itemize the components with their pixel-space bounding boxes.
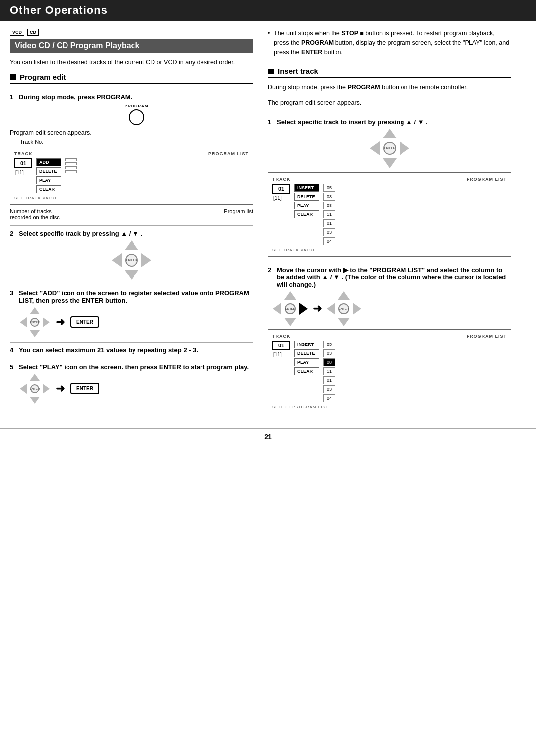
program-edit-header: Program edit <box>10 73 253 84</box>
track-column: 01 [11] <box>14 158 32 193</box>
dpad-left-sm <box>20 317 27 327</box>
arrow-right-5-icon: ➜ <box>56 382 65 395</box>
dpad-left <box>112 253 122 267</box>
footnote-left: Number of tracksrecorded on the disc <box>10 208 60 220</box>
insert-program-list-header-2: PROGRAM LIST <box>467 334 507 339</box>
program-bold: PROGRAM <box>301 39 334 46</box>
program-list-header: PROGRAM LIST <box>208 151 249 156</box>
insert-menu-clear: CLEAR <box>294 210 319 218</box>
insert-step-1: 1 Select specific track to insert by pre… <box>268 118 511 257</box>
arrow-right-icon: ➜ <box>56 316 65 329</box>
prog-item-2-05: 05 <box>323 341 335 348</box>
dpad-step-2: ENTER <box>112 240 151 280</box>
step-5-text: Select "PLAY" icon on the screen. then p… <box>19 363 249 371</box>
dpad-right-5 <box>43 384 50 394</box>
step-1: 1 During stop mode, press PROGRAM. PROGR… <box>10 93 253 220</box>
insert-track-title: Insert track <box>278 67 318 75</box>
insert-diag-header-2: TRACK PROGRAM LIST <box>272 334 507 339</box>
insert-intro-2: The program edit screen appears. <box>268 98 511 108</box>
set-track-label-i1: SET TRACK VALUE <box>272 248 507 252</box>
prog-list-empty-3 <box>65 166 77 169</box>
insert-diag-header-1: TRACK PROGRAM LIST <box>272 177 507 182</box>
prog-item-2-03: 03 <box>323 349 335 357</box>
insert-menu-delete: DELETE <box>294 193 319 201</box>
diagram-footnotes: Number of tracksrecorded on the disc Pro… <box>10 208 253 220</box>
insert-menu-clear-2: CLEAR <box>294 367 319 375</box>
dpad-up-5 <box>30 374 40 381</box>
prog-item-01a: 01 <box>323 219 335 227</box>
prog-list-empty-1 <box>65 158 77 161</box>
insert-prog-list-col-1: 05 03 08 11 01 03 04 <box>323 184 335 245</box>
dpad-center-5: ENTER <box>30 384 39 393</box>
dpad-right <box>141 253 151 267</box>
format-badges: VCD CD <box>10 29 253 36</box>
track-header: TRACK <box>14 151 33 156</box>
program-edit-title: Program edit <box>20 73 66 81</box>
insert-track-val-1: 01 <box>272 184 290 194</box>
select-program-list-label: SELECT PROGRAM LIST <box>272 405 507 409</box>
step-3-num: 3 <box>10 289 17 297</box>
prog-item-03b: 03 <box>323 228 335 236</box>
prog-item-2-01: 01 <box>323 376 335 384</box>
prog-item-03a: 03 <box>323 193 335 201</box>
step-1-header: 1 During stop mode, press PROGRAM. <box>10 93 253 101</box>
vcd-badge: VCD <box>10 29 24 36</box>
set-track-label: SET TRACK VALUE <box>14 196 249 200</box>
prog-item-05: 05 <box>323 184 335 192</box>
dpad-down-i1 <box>383 158 397 168</box>
step-3: 3 Select "ADD" icon on the screen to reg… <box>10 289 253 337</box>
insert-step-2-diagram: TRACK PROGRAM LIST 01 [11] INSERT DELETE… <box>268 329 511 413</box>
prog-list-empty-2 <box>65 162 77 165</box>
step-3-header: 3 Select "ADD" icon on the screen to reg… <box>10 289 253 304</box>
track-sub: [11] <box>14 170 32 175</box>
dpad-right-i2r <box>353 303 361 315</box>
diag-header: TRACK PROGRAM LIST <box>14 151 249 156</box>
insert-menu-col-2: INSERT DELETE PLAY CLEAR <box>294 341 319 402</box>
black-square-insert <box>268 69 274 74</box>
insert-step-2-text: Move the cursor with ▶ to the "PROGRAM L… <box>277 266 511 288</box>
dpad-down-5 <box>30 397 40 404</box>
dpad-center-sm: ENTER <box>30 318 39 327</box>
step-5-header: 5 Select "PLAY" icon on the screen. then… <box>10 363 253 371</box>
footnote-right: Program list <box>224 208 253 220</box>
cd-badge: CD <box>27 29 39 36</box>
insert-step-2-num: 2 <box>268 266 275 274</box>
insert-program-list-header-1: PROGRAM LIST <box>467 177 507 182</box>
bullet-content: The unit stops when the STOP ■ button is… <box>274 30 509 56</box>
dpad-right-i1 <box>400 141 409 155</box>
prog-item-2-11: 11 <box>323 367 335 375</box>
dpad-down-i2r <box>338 318 350 326</box>
insert-step-1-diagram: TRACK PROGRAM LIST 01 [11] INSERT DELETE… <box>268 172 511 257</box>
step-1-after-text: Program edit screen appears. <box>10 129 253 136</box>
step-2-num: 2 <box>10 230 17 237</box>
dpad-up-sm <box>30 307 40 314</box>
step-3-action: ENTER ➜ ENTER <box>20 307 253 337</box>
insert-intro-1-text: During stop mode, press the PROGRAM butt… <box>268 84 468 91</box>
dpad-left-i2r <box>327 303 335 315</box>
track-value: 01 <box>14 158 32 168</box>
program-list-col <box>65 158 77 193</box>
dpad-right-active-sm <box>43 317 50 327</box>
insert-menu-play-2: PLAY <box>294 358 319 366</box>
dpad-up-i2r <box>338 291 350 300</box>
program-button-label: PROGRAM <box>125 104 149 108</box>
insert-step-1-dpad-wrap: ENTER <box>268 129 511 168</box>
insert-track-header-2: TRACK <box>272 334 291 339</box>
dpad-down <box>125 270 138 280</box>
diag-body: 01 [11] ADD DELETE PLAY CLEAR <box>14 158 249 193</box>
step-4: 4 You can select maximum 21 values by re… <box>10 346 253 354</box>
dpad-down-i2l <box>284 318 296 326</box>
dpad-left-i1 <box>370 141 380 155</box>
dpad-up <box>125 240 138 250</box>
dpad-step-5: ENTER <box>20 374 50 404</box>
enter-bold: ENTER <box>301 49 322 56</box>
insert-menu-insert: INSERT <box>294 184 319 192</box>
insert-track-col-1: 01 [11] <box>272 184 290 245</box>
insert-track-col-2: 01 [11] <box>272 341 290 402</box>
step-1-text: During stop mode, press PROGRAM. <box>19 93 132 101</box>
dpad-center-i2l: ENTER <box>285 303 296 314</box>
step-2-header: 2 Select specific track by pressing ▲ / … <box>10 230 253 237</box>
prog-list-empty-4 <box>65 170 77 173</box>
step-5: 5 Select "PLAY" icon on the screen. then… <box>10 363 253 404</box>
stop-bold: STOP ■ <box>341 30 364 37</box>
